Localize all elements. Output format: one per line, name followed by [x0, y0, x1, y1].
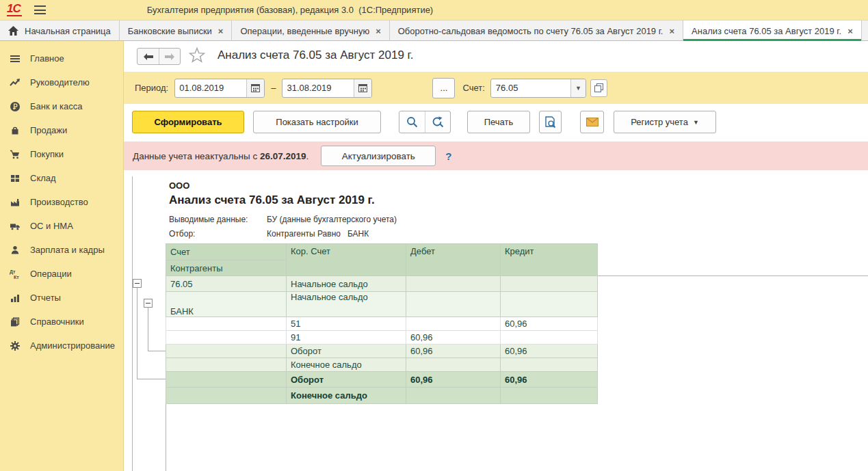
- search-icon[interactable]: [399, 111, 425, 133]
- refresh-search-icon[interactable]: [425, 111, 450, 133]
- cell-debit: 60,96: [406, 345, 501, 358]
- close-icon[interactable]: ×: [218, 26, 224, 36]
- sidebar-item-purchases[interactable]: Покупки: [0, 142, 123, 166]
- actualize-button[interactable]: Актуализировать: [321, 146, 436, 166]
- window-title: Бухгалтерия предприятия (базовая), редак…: [147, 5, 433, 15]
- sidebar-item-label: Продажи: [30, 125, 67, 135]
- close-icon[interactable]: ×: [669, 26, 674, 36]
- 1c-logo-icon: 1С: [7, 3, 22, 16]
- period-more-button[interactable]: ...: [432, 78, 455, 98]
- filter-row: Период: – ... Счет: 76.05 ▼: [124, 72, 868, 104]
- tab-label: Оборотно-сальдовая ведомость по счету 76…: [398, 26, 663, 36]
- mail-icon[interactable]: [581, 111, 603, 133]
- sidebar-item-label: ОС и НМА: [30, 221, 73, 231]
- sidebar-item-label: Банк и касса: [30, 101, 83, 111]
- sidebar-item-label: Администрирование: [30, 340, 115, 351]
- stale-data-alert: Данные учета неактуальны с 26.07.2019. А…: [124, 142, 868, 170]
- sidebar-item-label: Зарплата и кадры: [30, 245, 105, 255]
- cell-corr: 51: [287, 317, 406, 331]
- sidebar-item-warehouse[interactable]: Склад: [0, 166, 123, 190]
- report-org: ООО: [169, 180, 189, 191]
- table-row-total: Конечное сальдо: [166, 388, 598, 404]
- close-icon[interactable]: ×: [376, 26, 381, 36]
- sidebar-item-production[interactable]: Производство: [0, 190, 123, 214]
- sidebar-item-reports[interactable]: Отчеты: [0, 286, 123, 310]
- forward-button[interactable]: [159, 49, 180, 64]
- date-from-input[interactable]: [175, 79, 246, 97]
- tab-manual-operations[interactable]: Операции, введенные вручную ×: [232, 21, 389, 41]
- trend-icon: [10, 77, 21, 88]
- factory-icon: [10, 197, 21, 208]
- sidebar-item-operations[interactable]: ДтКт Операции: [0, 262, 123, 286]
- arrow-left-icon: [144, 53, 153, 60]
- content-area: Анализ счета 76.05 за Август 2019 г. Пер…: [124, 41, 868, 471]
- account-open-button[interactable]: [590, 79, 607, 97]
- tab-label: Операции, введенные вручную: [240, 26, 369, 36]
- help-icon[interactable]: ?: [445, 150, 451, 162]
- sidebar-item-fixed-assets[interactable]: ОС и НМА: [0, 214, 123, 238]
- print-preview-icon[interactable]: [540, 111, 561, 133]
- table-row: Оборот 60,96 60,96: [166, 345, 598, 358]
- calendar-icon[interactable]: [354, 79, 371, 97]
- collapse-account-icon[interactable]: [133, 279, 142, 288]
- cell-corr: 91: [287, 331, 406, 345]
- home-icon: [8, 26, 18, 36]
- cell-account: [166, 331, 287, 345]
- register-button[interactable]: Регистр учета ▼: [614, 111, 716, 133]
- sidebar-item-label: Справочники: [30, 317, 84, 327]
- chevron-down-icon: ▼: [693, 119, 699, 126]
- grid-icon: [10, 173, 21, 184]
- period-label: Период:: [135, 83, 168, 93]
- cell-account: [166, 345, 287, 358]
- tree-line: [148, 308, 148, 351]
- main-menu-icon[interactable]: [34, 5, 46, 14]
- collapse-contractor-icon[interactable]: [144, 299, 153, 308]
- cell-corr: Начальное сальдо: [287, 292, 406, 317]
- cell-account: [166, 317, 287, 331]
- sidebar-item-administration[interactable]: Администрирование: [0, 334, 123, 358]
- nav-history-group: [137, 48, 181, 65]
- date-to-input[interactable]: [282, 79, 354, 97]
- close-icon[interactable]: ×: [847, 26, 853, 36]
- sidebar-item-bank-cash[interactable]: Банк и касса: [0, 94, 123, 118]
- report-area: ООО Анализ счета 76.05 за Август 2019 г.…: [124, 171, 868, 471]
- table-row: Конечное сальдо: [166, 358, 598, 372]
- sidebar-item-salary-hr[interactable]: Зарплата и кадры: [0, 238, 123, 262]
- tab-account-analysis[interactable]: Анализ счета 76.05 за Август 2019 г. ×: [683, 21, 862, 41]
- register-label: Регистр учета: [631, 117, 688, 127]
- cell-debit: [406, 358, 501, 372]
- arrow-right-icon: [165, 53, 174, 60]
- cell-debit: [406, 292, 501, 317]
- table-row: 51 60,96: [166, 317, 598, 331]
- sidebar-item-manager[interactable]: Руководителю: [0, 70, 123, 94]
- table-row-total: Оборот 60,96 60,96: [166, 372, 598, 388]
- sidebar-item-label: Главное: [30, 53, 64, 64]
- account-value[interactable]: 76.05: [491, 79, 570, 97]
- table-row: 91 60,96: [166, 331, 598, 345]
- account-label: Счет:: [462, 83, 484, 93]
- sidebar-item-label: Покупки: [30, 149, 64, 159]
- header-contractors: Контрагенты: [166, 260, 287, 276]
- show-settings-button[interactable]: Показать настройки: [253, 111, 381, 133]
- tab-turnover-balance[interactable]: Оборотно-сальдовая ведомость по счету 76…: [390, 21, 683, 41]
- tab-label: Начальная страница: [25, 26, 111, 36]
- cell-credit: [501, 292, 598, 317]
- date-to-field: [282, 79, 372, 98]
- tab-home[interactable]: Начальная страница: [0, 21, 120, 41]
- generate-button[interactable]: Сформировать: [132, 111, 244, 133]
- account-combo: 76.05 ▼: [490, 79, 586, 98]
- tab-bank-statements[interactable]: Банковские выписки ×: [120, 21, 233, 41]
- tree-line: [137, 379, 166, 379]
- sidebar-item-main[interactable]: Главное: [0, 46, 123, 70]
- books-icon: [10, 317, 21, 327]
- chevron-down-icon[interactable]: ▼: [570, 79, 586, 97]
- print-button[interactable]: Печать: [467, 111, 530, 133]
- sidebar-item-sales[interactable]: Продажи: [0, 118, 123, 142]
- sidebar: Главное Руководителю Банк и касса Продаж…: [0, 41, 124, 471]
- mail-group: [580, 111, 604, 133]
- cell-debit: [406, 388, 501, 404]
- favorite-star-icon[interactable]: [189, 47, 205, 66]
- sidebar-item-directories[interactable]: Справочники: [0, 310, 123, 334]
- back-button[interactable]: [137, 49, 159, 64]
- calendar-icon[interactable]: [246, 79, 264, 97]
